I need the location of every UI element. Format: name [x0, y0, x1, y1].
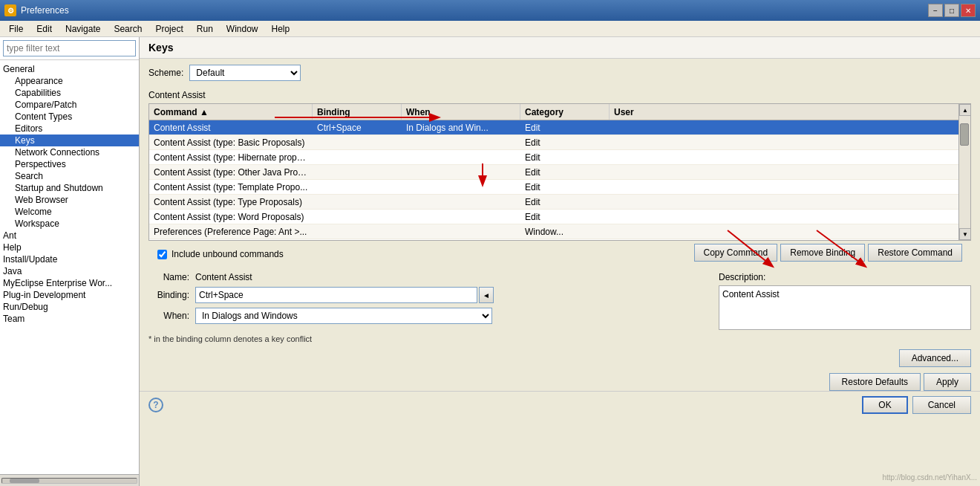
- table-cell-when: [402, 157, 520, 158]
- th-user[interactable]: User: [610, 104, 669, 120]
- menu-file[interactable]: File: [3, 22, 29, 36]
- help-icon[interactable]: ?: [148, 398, 163, 412]
- sidebar-scroll-track[interactable]: [1, 478, 137, 484]
- table-cell-when: [402, 216, 520, 218]
- filter-input[interactable]: [3, 40, 136, 56]
- sidebar-item-run-debug[interactable]: Run/Debug: [0, 301, 139, 313]
- menu-navigate[interactable]: Navigate: [59, 22, 106, 36]
- scroll-up-btn[interactable]: ▲: [959, 104, 971, 116]
- table-cell-user: [610, 216, 669, 218]
- menu-project[interactable]: Project: [149, 22, 189, 36]
- th-when[interactable]: When: [402, 104, 520, 120]
- sidebar-item-search[interactable]: Search: [0, 170, 139, 182]
- table-row[interactable]: Content Assist (type: Basic Proposals)Ed…: [149, 135, 970, 150]
- table-row[interactable]: Content Assist (type: Word Proposals)Edi…: [149, 210, 970, 224]
- table-cell-when: [402, 201, 520, 203]
- table-cell-binding: [313, 231, 402, 233]
- table-scrollbar: ▲ ▼: [958, 104, 970, 240]
- ok-button[interactable]: OK: [862, 396, 907, 414]
- close-button[interactable]: ✕: [961, 4, 976, 17]
- sidebar-item-java[interactable]: Java: [0, 265, 139, 277]
- table-row[interactable]: Content Assist (type: Hibernate propo...…: [149, 150, 970, 165]
- binding-input[interactable]: [195, 287, 477, 303]
- table-row[interactable]: Preferences (Preference Page: Ant >...Wi…: [149, 224, 970, 239]
- table-row[interactable]: Content Assist (type: Other Java Prop...…: [149, 165, 970, 180]
- sidebar-item-general[interactable]: General: [0, 63, 139, 75]
- main-container: GeneralAppearanceCapabilitiesCompare/Pat…: [0, 37, 980, 486]
- when-label: When:: [148, 311, 189, 321]
- scroll-down-btn[interactable]: ▼: [959, 228, 971, 240]
- sidebar-item-welcome[interactable]: Welcome: [0, 206, 139, 218]
- scroll-track-v[interactable]: [959, 116, 970, 228]
- watermark: http://blog.csdn.net/YihanX...: [883, 473, 978, 482]
- footer-left: ?: [148, 398, 858, 412]
- table-cell-user: [610, 157, 669, 158]
- minimize-button[interactable]: −: [928, 4, 943, 17]
- title-bar-text: Preferences: [21, 5, 924, 16]
- menu-window[interactable]: Window: [220, 22, 264, 36]
- sidebar-item-install-update[interactable]: Install/Update: [0, 253, 139, 265]
- app-icon: ⚙: [4, 4, 16, 16]
- restore-defaults-button[interactable]: Restore Defaults: [829, 373, 921, 391]
- th-category[interactable]: Category: [520, 104, 610, 120]
- menu-run[interactable]: Run: [191, 22, 219, 36]
- include-unbound-checkbox[interactable]: [157, 250, 167, 259]
- when-select[interactable]: In Dialogs and Windows In Windows Everyw…: [195, 308, 492, 324]
- table-cell-command: Content Assist: [149, 122, 313, 134]
- scroll-thumb-v[interactable]: [960, 123, 969, 146]
- sidebar-item-keys[interactable]: Keys: [0, 135, 139, 146]
- sidebar-item-startup-shutdown[interactable]: Startup and Shutdown: [0, 182, 139, 194]
- table-cell-category: Edit: [520, 137, 610, 149]
- filter-wrap: [0, 37, 139, 60]
- sidebar-item-capabilities[interactable]: Capabilities: [0, 87, 139, 99]
- sidebar-item-help[interactable]: Help: [0, 242, 139, 253]
- table-row[interactable]: Content Assist (type: Template Propo...E…: [149, 180, 970, 195]
- table-cell-command: Content Assist (type: Word Proposals): [149, 211, 313, 223]
- apply-button[interactable]: Apply: [924, 373, 971, 391]
- menu-bar: File Edit Navigate Search Project Run Wi…: [0, 21, 980, 37]
- content-area: Keys Scheme: Default Emacs Content Assis…: [140, 37, 980, 486]
- sidebar-item-plugin-dev[interactable]: Plug-in Development: [0, 289, 139, 301]
- table-cell-binding: [313, 172, 402, 173]
- table-row[interactable]: Content Assist (type: Type Proposals)Edi…: [149, 195, 970, 210]
- sidebar-item-myeclipse[interactable]: MyEclipse Enterprise Wor...: [0, 277, 139, 289]
- menu-help[interactable]: Help: [266, 22, 296, 36]
- sidebar-item-ant[interactable]: Ant: [0, 230, 139, 242]
- sidebar-item-appearance[interactable]: Appearance: [0, 75, 139, 87]
- include-unbound-row: Include unbound commands: [148, 244, 293, 264]
- cancel-button[interactable]: Cancel: [912, 396, 971, 414]
- th-command[interactable]: Command ▲: [149, 104, 313, 120]
- scheme-row: Scheme: Default Emacs: [140, 59, 980, 87]
- sidebar-item-web-browser[interactable]: Web Browser: [0, 194, 139, 206]
- panel-header: Keys: [140, 37, 980, 59]
- sidebar-item-workspace[interactable]: Workspace: [0, 218, 139, 230]
- table-cell-when: [402, 142, 520, 143]
- binding-btn[interactable]: ◄: [479, 287, 494, 303]
- title-bar: ⚙ Preferences − □ ✕: [0, 0, 980, 21]
- sidebar-item-perspectives[interactable]: Perspectives: [0, 158, 139, 170]
- menu-edit[interactable]: Edit: [30, 22, 58, 36]
- maximize-button[interactable]: □: [944, 4, 959, 17]
- command-buttons: Copy Command Remove Binding Restore Comm…: [685, 244, 971, 265]
- apply-row: Restore Defaults Apply: [140, 370, 980, 391]
- menu-search[interactable]: Search: [108, 22, 148, 36]
- table-row[interactable]: Content AssistCtrl+SpaceIn Dialogs and W…: [149, 120, 970, 135]
- table-cell-when: [402, 172, 520, 173]
- description-box: Content Assist: [719, 285, 971, 330]
- th-binding[interactable]: Binding: [313, 104, 402, 120]
- copy-command-button[interactable]: Copy Command: [694, 244, 778, 262]
- remove-binding-button[interactable]: Remove Binding: [780, 244, 865, 262]
- sidebar-item-team[interactable]: Team: [0, 313, 139, 325]
- sidebar-item-compare-patch[interactable]: Compare/Patch: [0, 99, 139, 111]
- sidebar-item-content-types[interactable]: Content Types: [0, 111, 139, 123]
- restore-command-button[interactable]: Restore Command: [868, 244, 962, 262]
- advanced-button[interactable]: Advanced...: [899, 349, 971, 367]
- table-cell-category: Edit: [520, 181, 610, 193]
- sidebar-scroll-thumb[interactable]: [10, 479, 39, 483]
- table-cell-binding: Ctrl+Space: [313, 122, 402, 134]
- sidebar-item-network-connections[interactable]: Network Connections: [0, 146, 139, 158]
- table-cell-command: Content Assist (type: Basic Proposals): [149, 137, 313, 149]
- sidebar: GeneralAppearanceCapabilitiesCompare/Pat…: [0, 37, 140, 486]
- sidebar-item-editors[interactable]: Editors: [0, 123, 139, 135]
- scheme-select[interactable]: Default Emacs: [189, 65, 301, 81]
